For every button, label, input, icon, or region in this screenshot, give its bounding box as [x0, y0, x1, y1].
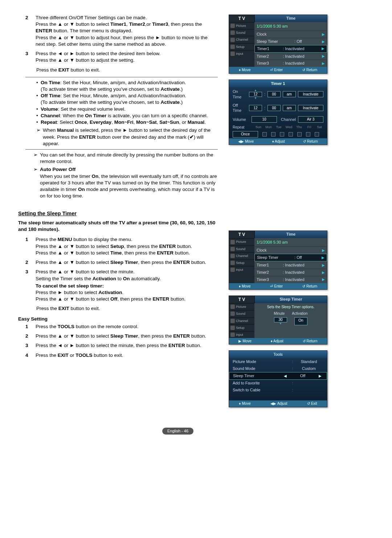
bullet-off-time: •Off Time: Set the Hour, Minute, am/pm, … — [36, 93, 218, 106]
kw-timer2: Timer2 — [129, 21, 145, 27]
page-number-pill: English - 46 — [162, 428, 193, 435]
bullet-repeat: •Repeat: Select Once, Everyday, Mon~Fri,… — [36, 119, 218, 126]
osd-date: 1/1/2008 5:30 am — [254, 22, 327, 30]
bullet-repeat-sub: ➢ When Manual is selected, press the ► b… — [36, 127, 218, 147]
auto-power-off-title: Auto Power Off — [40, 167, 75, 172]
note-arrow-icon: ➢ — [33, 166, 40, 199]
txt: Press the ▲ or ▼ button to select — [36, 21, 110, 27]
osd-title: Time — [255, 15, 327, 22]
step-number: 3 — [25, 50, 36, 64]
step-number: 2 — [25, 15, 36, 48]
step-2-line2: Press the ▲ or ▼ button to select Timer1… — [36, 21, 218, 28]
osd-timer1-panel: Timer 1 On Time ▲12▼ : 00 am Inactivate … — [229, 80, 327, 145]
osd-time-menu-1: T V Time PictureSoundChannelSetupInput 1… — [229, 15, 327, 74]
osd-sleep-timer-panel: T V Sleep Timer PictureSoundChannelSetup… — [229, 296, 327, 345]
note-number-buttons: ➢ You can set the hour, and minute direc… — [33, 152, 218, 165]
note-arrow-icon: ➢ — [33, 152, 40, 165]
step-2-line3: ENTER button. The timer menu is displaye… — [36, 28, 218, 34]
kw-enter: ENTER — [36, 28, 52, 33]
osd-time-menu-2: T V Time PictureSoundChannelSetupInput 1… — [229, 231, 327, 290]
sleep-step-2: 2 Press the ▲ or ▼ button to select Slee… — [25, 259, 218, 266]
timer1-title: Timer 1 — [229, 80, 327, 87]
sleep-step-1: 1 Press the MENU button to display the m… — [25, 236, 218, 256]
timer1-repeat-once: Once — [229, 130, 327, 138]
step-3: 3 Press the ◄ or ► button to select the … — [25, 50, 218, 64]
kw-timer3: Timer3 — [152, 21, 168, 27]
step-3-line1: Press the ◄ or ► button to select the de… — [36, 50, 218, 57]
timer1-repeat-days: Repeat SunMonTueWedThuFriSat — [229, 124, 327, 131]
tools-title: Tools — [229, 351, 327, 358]
divider — [25, 149, 218, 150]
bullet-channel: •Channel: When the On Timer is activate,… — [36, 113, 218, 119]
step-2-line1: Three different On/Off Timer Settings ca… — [36, 15, 218, 21]
sleep-caption: Sets the Sleep Timer options. — [254, 303, 327, 311]
osd-tools-panel: Tools Picture Mode:StandardSound Mode:Cu… — [229, 350, 327, 407]
step-3-line2: Press the ▲ or ▼ button to adjust the se… — [36, 57, 218, 64]
sleep-step-3: 3 Press the ▲ or ▼ button to select the … — [25, 269, 218, 302]
timer1-on-time: On Time ▲12▼ : 00 am Inactivate — [229, 87, 327, 101]
cancel-sleep-title: To cancel the set sleep timer: — [36, 283, 218, 289]
kw-timer1: Timer1 — [110, 21, 126, 27]
timer1-footer: ◀▶ Move ♦ Adjust ↺ Return — [229, 138, 327, 145]
osd-footer: ♦Move ⏎Enter ↺Return — [229, 67, 327, 73]
sleep-lead: The sleep timer automatically shuts off … — [18, 220, 218, 233]
kw-exit: EXIT — [58, 67, 69, 73]
easy-step-2: 2Press the ▲ or ▼ button to select Sleep… — [25, 333, 218, 339]
step-2: 2 Three different On/Off Timer Settings … — [25, 15, 218, 48]
bullet-volume: •Volume: Set the required volume level. — [36, 106, 218, 113]
step-2-line4: Press the ▲ or ▼ button to adjust hour, … — [36, 34, 218, 48]
timer1-volume-row: Volume 10 Channel Air 3 — [229, 115, 327, 124]
bullet-on-time: •On Time: Set the Hour, Minute, am/pm, a… — [36, 80, 218, 93]
sleep-exit: Press the EXIT button to exit. — [36, 305, 218, 312]
note-arrow-icon: ➢ — [36, 127, 43, 147]
divider — [25, 77, 218, 77]
note-auto-power-off: ➢ Auto Power Off When you set the timer … — [33, 166, 218, 199]
easy-step-1: 1Press the TOOLS button on the remote co… — [25, 323, 218, 330]
easy-step-4: 4Press the EXIT or TOOLS button to exit. — [25, 352, 218, 359]
easy-step-3: 3Press the ◄ or ► button to select the m… — [25, 342, 218, 349]
page-footer: English - 46 — [18, 428, 338, 435]
osd-tv-label: T V — [229, 15, 255, 22]
timer1-off-time: Off Time 12: 00 am Inactivate — [229, 101, 327, 115]
easy-setting-title: Easy Setting — [18, 316, 218, 322]
exit-instruction: Press the EXIT button to exit. — [36, 67, 218, 73]
section-sleep-timer-title: Setting the Sleep Timer — [18, 210, 218, 217]
